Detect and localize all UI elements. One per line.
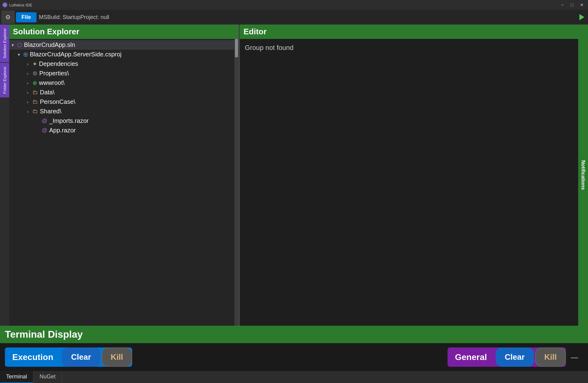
tree-item-app-razor[interactable]: › @ App.razor	[9, 126, 239, 135]
deps-icon: ✶	[33, 61, 37, 67]
props-icon: ⚙	[33, 70, 37, 77]
execution-label: Execution	[5, 348, 61, 366]
editor-header: Editor	[240, 25, 578, 39]
title-bar-left: ⬡ Luthetus IDE	[2, 2, 32, 7]
minimize-button[interactable]: −	[559, 2, 566, 8]
left-sidebar: Solution Explorer Folder Explorer	[0, 25, 9, 326]
tree-item-csproj[interactable]: ▾ ⊞ BlazorCrudApp.ServerSide.csproj	[9, 50, 239, 59]
tab-terminal[interactable]: Terminal	[0, 371, 33, 383]
execution-clear-button[interactable]: Clear	[62, 347, 100, 367]
solution-explorer-panel: Solution Explorer ▾ ⬡ BlazorCrudApp.sln …	[9, 25, 239, 326]
chevron-icon-data: ›	[27, 90, 31, 95]
app-icon: ⬡	[2, 2, 7, 7]
gear-icon[interactable]: ⚙	[1, 10, 15, 24]
tree-label-dependencies: Dependencies	[39, 60, 78, 67]
execution-group: Execution Clear Kill	[5, 347, 132, 367]
tree-label-personcase: PersonCase\	[40, 98, 75, 105]
tree-label-imports: _Imports.razor	[49, 117, 89, 124]
terminal-display-header: Terminal Display	[0, 326, 588, 343]
maximize-button[interactable]: □	[568, 2, 576, 8]
chevron-icon-csproj: ▾	[18, 52, 22, 57]
menu-bar: ⚙ File MSBuild: StartupProject: null	[0, 10, 588, 25]
editor-message: Group not found	[245, 44, 294, 51]
scrollbar-thumb[interactable]	[235, 39, 238, 57]
title-bar: ⬡ Luthetus IDE − □ ✕	[0, 0, 588, 10]
sidebar-tab-solution-explorer[interactable]: Solution Explorer	[0, 25, 9, 62]
startup-project-label: MSBuild: StartupProject: null	[39, 14, 577, 21]
title-bar-controls: − □ ✕	[559, 2, 586, 8]
chevron-icon-props: ›	[27, 71, 31, 76]
panels-area: Solution Explorer ▾ ⬡ BlazorCrudApp.sln …	[9, 25, 588, 326]
razor-icon-app: @	[42, 127, 47, 134]
editor-content: Group not found	[240, 39, 578, 326]
chevron-icon-wwwroot: ›	[27, 81, 31, 85]
tree-item-properties[interactable]: › ⚙ Properties\	[9, 69, 239, 78]
solution-explorer-header: Solution Explorer	[9, 25, 239, 39]
terminal-tabs: Terminal NuGet	[0, 371, 588, 383]
tree-scroll[interactable]: ▾ ⬡ BlazorCrudApp.sln ▾ ⊞ BlazorCrudApp.…	[9, 39, 239, 326]
tree-item-wwwroot[interactable]: › ⊕ wwwroot\	[9, 78, 239, 88]
general-clear-button[interactable]: Clear	[496, 347, 534, 367]
tree-item-data[interactable]: › 🗀 Data\	[9, 88, 239, 97]
tree-label-sln: BlazorCrudApp.sln	[24, 41, 75, 48]
app-title: Luthetus IDE	[9, 3, 32, 7]
run-icon	[579, 14, 584, 20]
file-menu-button[interactable]: File	[16, 12, 37, 22]
close-button[interactable]: ✕	[578, 2, 586, 8]
main-content: Solution Explorer Folder Explorer Soluti…	[0, 25, 588, 326]
razor-icon-imports: @	[42, 118, 47, 124]
tree-item-sln[interactable]: ▾ ⬡ BlazorCrudApp.sln	[9, 40, 239, 50]
tree-label-properties: Properties\	[39, 70, 69, 77]
tree-label-shared: Shared\	[40, 108, 61, 115]
web-icon: ⊕	[33, 80, 37, 86]
sln-icon: ⬡	[17, 42, 22, 48]
terminal-section: Terminal Display Execution Clear Kill Ge…	[0, 326, 588, 383]
csproj-icon: ⊞	[23, 51, 28, 58]
chevron-icon-personcase: ›	[27, 100, 31, 104]
tree-label-csproj: BlazorCrudApp.ServerSide.csproj	[30, 51, 121, 58]
tree-item-dependencies[interactable]: › ✶ Dependencies	[9, 59, 239, 69]
chevron-icon-sln: ▾	[12, 43, 16, 47]
sidebar-tab-folder-explorer[interactable]: Folder Explorer	[0, 63, 9, 97]
right-sidebar: Notifications	[578, 25, 588, 326]
tree-label-wwwroot: wwwroot\	[39, 79, 64, 86]
general-label: General	[448, 348, 494, 366]
general-group: General Clear Kill	[448, 347, 566, 367]
execution-kill-button[interactable]: Kill	[102, 347, 132, 367]
folder-icon-data: 🗀	[33, 89, 38, 96]
folder-icon-personcase: 🗀	[33, 99, 38, 105]
notifications-tab[interactable]: Notifications	[580, 157, 586, 194]
tree-item-imports[interactable]: › @ _Imports.razor	[9, 116, 239, 126]
tree-area: ▾ ⬡ BlazorCrudApp.sln ▾ ⊞ BlazorCrudApp.…	[9, 39, 239, 326]
folder-icon-shared: 🗀	[33, 108, 38, 115]
general-kill-button[interactable]: Kill	[535, 347, 566, 367]
tree-label-app-razor: App.razor	[49, 127, 76, 134]
chevron-icon-deps: ›	[27, 62, 31, 66]
tree-item-shared[interactable]: › 🗀 Shared\	[9, 107, 239, 116]
chevron-icon-shared: ›	[27, 109, 31, 114]
tree-item-personcase[interactable]: › 🗀 PersonCase\	[9, 97, 239, 107]
editor-panel: Editor Group not found	[240, 25, 578, 326]
run-button[interactable]	[577, 12, 587, 22]
terminal-buttons-row: Execution Clear Kill General Clear Kill …	[0, 343, 588, 371]
terminal-dash: —	[566, 353, 583, 362]
scrollbar-track[interactable]	[234, 39, 239, 326]
tree-label-data: Data\	[40, 89, 55, 96]
tab-nuget[interactable]: NuGet	[33, 371, 62, 383]
